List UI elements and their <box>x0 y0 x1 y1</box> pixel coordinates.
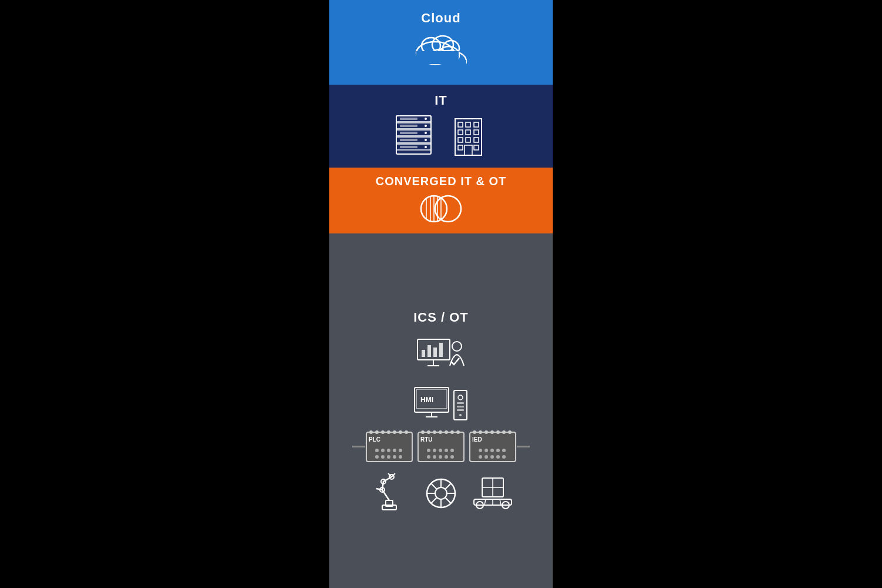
hmi-svg: HMI <box>412 385 470 423</box>
svg-point-87 <box>439 430 442 434</box>
svg-point-94 <box>439 449 442 452</box>
ied-box-svg: IED <box>469 430 517 464</box>
svg-rect-32 <box>458 138 463 142</box>
svg-point-105 <box>485 430 488 434</box>
layer-converged: CONVERGED IT & OT <box>329 168 553 233</box>
svg-rect-30 <box>466 130 470 135</box>
svg-point-17 <box>425 132 427 134</box>
svg-point-120 <box>502 455 506 459</box>
rtu-box-svg: RTU <box>417 430 465 464</box>
svg-line-135 <box>445 497 451 503</box>
svg-rect-60 <box>457 402 464 404</box>
plc-row: PLC <box>335 430 547 464</box>
svg-point-119 <box>496 455 500 459</box>
building-icon <box>446 113 490 157</box>
svg-point-82 <box>399 455 402 459</box>
svg-text:RTU: RTU <box>420 436 433 443</box>
ics-content: HMI <box>335 333 547 512</box>
svg-point-67 <box>381 430 385 434</box>
svg-point-101 <box>450 455 454 459</box>
svg-rect-31 <box>474 130 479 135</box>
svg-point-99 <box>439 455 442 459</box>
svg-point-86 <box>433 430 436 434</box>
svg-point-95 <box>445 449 448 452</box>
svg-point-109 <box>508 430 512 434</box>
svg-text:IED: IED <box>472 436 482 443</box>
svg-rect-29 <box>458 130 463 135</box>
svg-point-97 <box>427 455 430 459</box>
svg-point-92 <box>427 449 430 452</box>
valve-icon <box>417 471 465 512</box>
layer-it: IT <box>329 85 553 168</box>
svg-point-75 <box>387 449 390 452</box>
venn-icon <box>417 193 465 225</box>
svg-point-52 <box>452 342 462 351</box>
svg-text:PLC: PLC <box>369 436 380 443</box>
svg-point-118 <box>490 455 494 459</box>
svg-point-66 <box>375 430 379 434</box>
plc-boxes: PLC <box>365 430 517 464</box>
converged-title: CONVERGED IT & OT <box>376 175 507 188</box>
operator-icon <box>415 333 467 377</box>
svg-rect-28 <box>474 122 479 127</box>
it-icons <box>392 113 490 157</box>
svg-point-65 <box>369 430 373 434</box>
svg-rect-36 <box>474 145 479 150</box>
svg-point-103 <box>473 430 476 434</box>
svg-point-70 <box>399 430 402 434</box>
svg-rect-22 <box>400 132 417 134</box>
svg-text:HMI: HMI <box>420 396 433 404</box>
svg-point-79 <box>381 455 385 459</box>
svg-line-146 <box>500 499 501 505</box>
svg-rect-33 <box>466 138 470 142</box>
svg-point-78 <box>375 455 379 459</box>
svg-rect-27 <box>466 122 470 127</box>
robot-arm-icon <box>366 471 413 512</box>
svg-line-134 <box>431 483 437 489</box>
svg-rect-8 <box>416 51 459 64</box>
svg-point-98 <box>433 455 436 459</box>
svg-point-69 <box>393 430 396 434</box>
bottom-icons-row <box>366 471 516 512</box>
svg-point-117 <box>485 455 488 459</box>
svg-point-74 <box>381 449 385 452</box>
svg-point-18 <box>425 139 427 141</box>
svg-point-77 <box>399 449 402 452</box>
hmi-icon: HMI <box>412 385 470 423</box>
svg-point-100 <box>445 455 448 459</box>
svg-rect-35 <box>458 145 463 150</box>
svg-point-111 <box>479 449 482 452</box>
svg-rect-23 <box>400 139 417 141</box>
svg-point-76 <box>393 449 396 452</box>
svg-point-85 <box>427 430 430 434</box>
svg-line-137 <box>431 497 437 503</box>
svg-point-59 <box>458 395 463 400</box>
svg-point-114 <box>496 449 500 452</box>
svg-rect-24 <box>400 146 417 148</box>
svg-rect-48 <box>433 348 437 357</box>
svg-rect-34 <box>474 138 479 142</box>
svg-point-96 <box>450 449 454 452</box>
svg-rect-61 <box>457 406 464 407</box>
cloud-icons <box>409 31 473 72</box>
svg-point-81 <box>393 455 396 459</box>
it-title: IT <box>435 93 447 108</box>
conveyor-icon <box>469 471 516 512</box>
svg-point-93 <box>433 449 436 452</box>
svg-point-108 <box>502 430 506 434</box>
cloud-icon <box>409 31 473 72</box>
svg-point-16 <box>425 125 427 127</box>
svg-rect-20 <box>400 118 417 120</box>
svg-rect-46 <box>422 350 425 357</box>
cloud-title: Cloud <box>421 11 460 26</box>
svg-point-107 <box>496 430 500 434</box>
svg-line-136 <box>445 483 451 489</box>
svg-line-144 <box>485 499 486 505</box>
layer-cloud: Cloud <box>329 0 553 85</box>
svg-rect-62 <box>457 409 464 411</box>
svg-rect-37 <box>465 145 472 155</box>
server-rack-icon <box>392 113 436 157</box>
svg-point-84 <box>421 430 425 434</box>
svg-rect-47 <box>427 345 431 357</box>
converged-icons <box>417 193 465 225</box>
